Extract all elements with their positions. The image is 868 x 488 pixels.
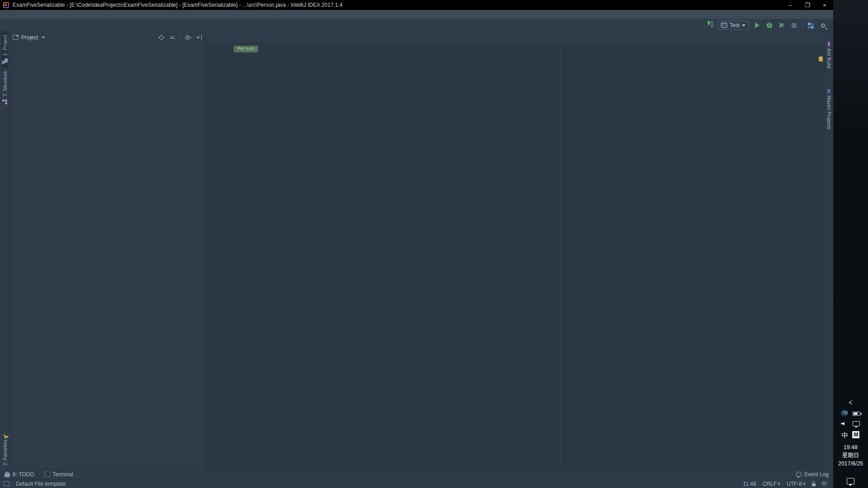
run-button[interactable] <box>753 21 761 29</box>
run-config-icon <box>722 23 727 28</box>
class-name-hint: Person <box>234 46 258 52</box>
editor-tab-bar <box>206 31 824 44</box>
project-icon <box>2 58 8 64</box>
todo-icon <box>5 472 10 477</box>
hide-panel-icon[interactable] <box>197 34 203 40</box>
divider <box>180 34 180 41</box>
caret-position[interactable]: 11:48 <box>743 481 756 487</box>
encoding-select[interactable]: UTF-8 <box>787 481 806 487</box>
editor-column: Person <box>206 31 824 469</box>
hector-inspector-icon[interactable] <box>822 481 827 486</box>
taskbar-clock[interactable]: 19:48 星期日 2017/6/25 <box>838 443 863 468</box>
tool-button-todo[interactable]: 6: TODO <box>5 471 34 478</box>
system-tray: < 中 M 19:48 星期日 2017/6/25 <box>838 399 863 488</box>
close-button[interactable]: × <box>816 0 833 10</box>
chevron-down-icon <box>742 24 745 27</box>
stop-button[interactable] <box>790 21 798 29</box>
title-bar: IJ ExamFiveSerializable - [E:\Code\IdeaP… <box>0 0 833 10</box>
tool-window-icon <box>13 35 19 40</box>
structure-icon <box>2 99 8 105</box>
menu-bar <box>0 10 833 19</box>
build-settings-icon[interactable] <box>807 21 815 29</box>
terminal-icon: >_ <box>44 472 50 477</box>
left-tool-stripe: 1: Project 7: Structure 2: Favorites <box>0 31 10 469</box>
gear-icon[interactable] <box>185 34 192 41</box>
toolbar: 011001 Test <box>706 21 833 30</box>
unlock-icon[interactable] <box>812 483 816 486</box>
hidden-icons-chevron[interactable]: < <box>849 398 853 407</box>
tool-button-structure[interactable]: 7: Structure <box>2 67 8 108</box>
project-tree <box>10 43 205 469</box>
minimize-button[interactable]: – <box>782 0 799 10</box>
balloon-icon <box>796 472 802 477</box>
inspection-indicator[interactable] <box>819 56 823 61</box>
steam-tray-icon[interactable] <box>841 410 848 417</box>
run-config-label: Test <box>730 22 740 28</box>
network-display-icon[interactable] <box>853 421 860 426</box>
maven-icon: m <box>826 89 832 93</box>
tool-button-project[interactable]: 1: Project <box>2 31 8 67</box>
run-configuration-select[interactable]: Test <box>718 21 749 30</box>
clock-weekday: 星期日 <box>838 451 863 460</box>
volume-icon[interactable] <box>841 422 844 426</box>
project-panel: Project <box>10 31 206 469</box>
windows-taskbar: < 中 M 19:48 星期日 2017/6/25 <box>833 0 868 488</box>
search-everywhere-icon[interactable] <box>819 21 827 29</box>
ime-mode-indicator[interactable]: M <box>852 431 859 438</box>
updown-arrows-icon <box>803 482 806 485</box>
clock-time: 19:48 <box>838 443 863 451</box>
star-icon <box>2 434 8 439</box>
debug-button[interactable] <box>765 21 774 29</box>
editor[interactable]: Person <box>206 44 824 469</box>
window-title: ExamFiveSerializable - [E:\Code\IdeaProj… <box>13 2 343 8</box>
clock-date: 2017/6/25 <box>838 460 863 468</box>
status-message: Default File template <box>16 481 66 487</box>
project-panel-title: Project <box>21 34 38 41</box>
screen: IJ ExamFiveSerializable - [E:\Code\IdeaP… <box>0 0 868 488</box>
main-area: 1: Project 7: Structure 2: Favorites Pro… <box>0 31 833 469</box>
ime-language-indicator[interactable]: 中 <box>841 430 848 439</box>
tool-button-favorites[interactable]: 2: Favorites <box>2 432 8 469</box>
navigation-bar: 011001 Test <box>0 19 833 31</box>
tool-button-terminal[interactable]: >_ Terminal <box>44 471 73 478</box>
intellij-window: IJ ExamFiveSerializable - [E:\Code\IdeaP… <box>0 0 833 488</box>
updown-arrows-icon <box>778 482 780 485</box>
chevron-down-icon[interactable] <box>42 37 45 38</box>
status-bar: Default File template 11:48 CRLF UTF-8 <box>0 479 833 488</box>
battery-icon[interactable] <box>853 412 860 416</box>
tool-button-event-log[interactable]: Event Log <box>796 471 829 478</box>
tool-window-toggle-icon[interactable] <box>4 481 9 486</box>
locate-icon[interactable] <box>158 34 165 41</box>
coverage-button[interactable] <box>778 21 786 29</box>
right-tool-stripe: Ant Build m Maven Projects <box>824 31 833 469</box>
collapse-all-icon[interactable] <box>169 34 175 41</box>
intellij-logo-icon: IJ <box>3 2 9 8</box>
right-margin-guide <box>560 44 561 469</box>
toolbar-separator <box>802 22 802 29</box>
tool-button-maven[interactable]: m Maven Projects <box>826 85 832 133</box>
bottom-tool-bar: 6: TODO >_ Terminal Event Log <box>0 469 833 479</box>
ant-icon <box>826 41 831 46</box>
tool-button-ant-build[interactable]: Ant Build <box>826 38 832 72</box>
restore-button[interactable]: ❐ <box>799 0 816 10</box>
update-project-icon[interactable]: 011001 <box>706 21 714 29</box>
line-ending-select[interactable]: CRLF <box>763 481 780 487</box>
project-panel-header: Project <box>10 31 205 43</box>
error-stripe[interactable] <box>817 44 824 469</box>
action-center-icon[interactable] <box>847 478 854 484</box>
